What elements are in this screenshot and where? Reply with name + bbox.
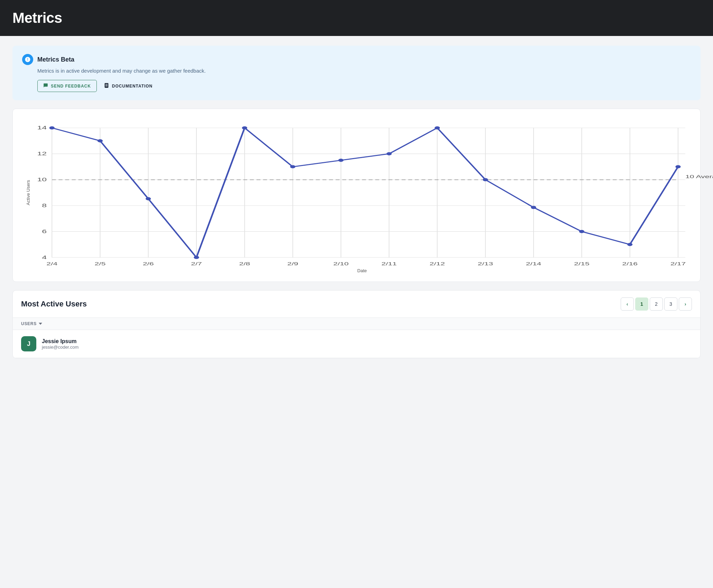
svg-text:2/9: 2/9 [287, 261, 298, 266]
svg-text:2/17: 2/17 [670, 261, 686, 266]
chart-x-label: Date [32, 268, 692, 273]
send-feedback-button[interactable]: SEND FEEDBACK [37, 80, 97, 92]
feedback-button-label: SEND FEEDBACK [51, 84, 91, 89]
page-2-button[interactable]: 2 [650, 297, 663, 311]
svg-text:8: 8 [42, 203, 47, 208]
users-column-label: USERS [21, 321, 37, 326]
metrics-beta-banner: Metrics Beta Metrics is in active develo… [12, 46, 701, 100]
page-1-label: 1 [640, 301, 643, 307]
chart-inner: 4 6 8 10 12 14 2/4 2/5 2/6 2/7 2/8 2/9 2… [32, 120, 692, 265]
svg-text:2/8: 2/8 [239, 261, 250, 266]
svg-point-24 [146, 197, 151, 200]
user-name: Jessie Ipsum [42, 338, 78, 344]
feedback-icon [43, 83, 48, 89]
users-section: Most Active Users ‹ 1 2 3 › U [12, 290, 701, 358]
documentation-button[interactable]: DOCUMENTATION [104, 83, 152, 89]
chart-svg: 4 6 8 10 12 14 2/4 2/5 2/6 2/7 2/8 2/9 2… [32, 120, 692, 265]
svg-text:2/5: 2/5 [95, 261, 106, 266]
svg-text:14: 14 [37, 125, 47, 130]
svg-point-23 [98, 139, 103, 143]
pagination: ‹ 1 2 3 › [621, 297, 692, 311]
svg-point-26 [242, 126, 247, 129]
banner-description: Metrics is in active development and may… [37, 68, 691, 74]
chart-card: Active Users [12, 109, 701, 282]
avatar-initials: J [27, 340, 30, 348]
svg-point-33 [579, 230, 584, 233]
svg-text:2/7: 2/7 [191, 261, 202, 266]
users-header: Most Active Users ‹ 1 2 3 › [13, 291, 700, 318]
beta-icon [22, 54, 33, 65]
sort-chevron-icon[interactable] [39, 323, 42, 325]
chevron-right-icon: › [685, 301, 686, 307]
banner-actions: SEND FEEDBACK DOCUMENTATION [37, 80, 691, 92]
svg-point-31 [483, 178, 488, 181]
svg-text:2/6: 2/6 [143, 261, 154, 266]
users-section-title: Most Active Users [21, 300, 87, 309]
chevron-left-icon: ‹ [627, 301, 628, 307]
svg-point-30 [435, 126, 440, 129]
svg-point-34 [627, 243, 632, 246]
svg-text:2/15: 2/15 [574, 261, 590, 266]
svg-point-29 [387, 152, 392, 155]
banner-title: Metrics Beta [37, 56, 74, 63]
svg-point-27 [290, 165, 295, 168]
svg-text:2/13: 2/13 [478, 261, 493, 266]
svg-text:2/16: 2/16 [622, 261, 638, 266]
svg-point-32 [531, 206, 536, 209]
svg-rect-0 [52, 124, 685, 257]
docs-icon [104, 83, 109, 89]
page-3-button[interactable]: 3 [664, 297, 677, 311]
user-email: jessie@coder.com [42, 344, 78, 350]
prev-page-button[interactable]: ‹ [621, 297, 634, 311]
main-content: Metrics Beta Metrics is in active develo… [0, 36, 713, 368]
svg-point-22 [49, 126, 55, 129]
docs-button-label: DOCUMENTATION [112, 84, 152, 89]
svg-point-25 [194, 256, 199, 259]
chart-container: Active Users [18, 120, 692, 265]
svg-point-28 [338, 159, 343, 162]
avatar: J [21, 336, 36, 351]
svg-text:2/14: 2/14 [526, 261, 541, 266]
banner-header: Metrics Beta [22, 54, 691, 65]
next-page-button[interactable]: › [679, 297, 692, 311]
user-row: J Jessie Ipsum jessie@coder.com [13, 330, 700, 358]
page-3-label: 3 [669, 301, 672, 307]
svg-text:12: 12 [37, 151, 47, 156]
users-table-header: USERS [13, 318, 700, 330]
svg-text:6: 6 [42, 229, 47, 234]
user-info: Jessie Ipsum jessie@coder.com [42, 338, 78, 350]
svg-point-35 [675, 165, 680, 168]
svg-text:10 Average Users: 10 Average Users [685, 174, 713, 179]
svg-text:2/4: 2/4 [46, 261, 57, 266]
page-2-label: 2 [655, 301, 658, 307]
page-title: Metrics [12, 10, 701, 26]
svg-text:10: 10 [37, 177, 47, 182]
page-1-button[interactable]: 1 [635, 297, 648, 311]
svg-text:2/12: 2/12 [429, 261, 445, 266]
chart-y-label: Active Users [26, 180, 31, 205]
svg-text:4: 4 [42, 255, 47, 260]
svg-text:2/10: 2/10 [333, 261, 349, 266]
svg-text:2/11: 2/11 [381, 261, 397, 266]
page-header: Metrics [0, 0, 713, 36]
